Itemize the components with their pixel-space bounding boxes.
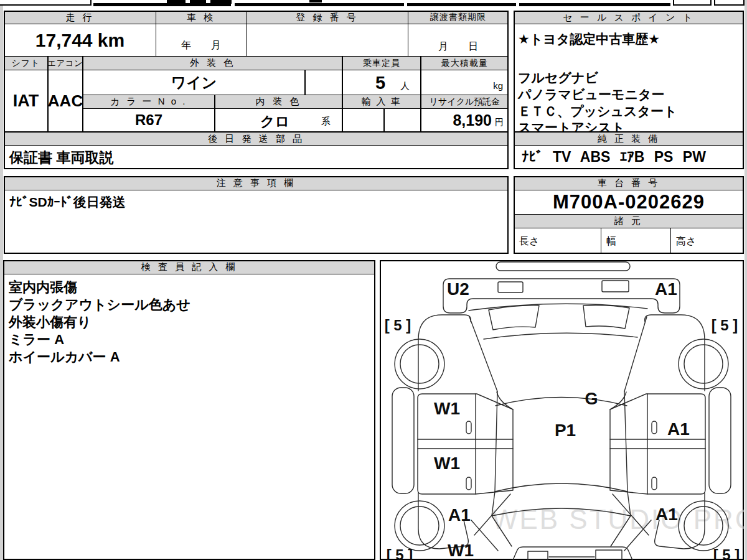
spec-width-cell: 幅 bbox=[601, 228, 671, 254]
shaken-header: 車 検 bbox=[156, 11, 247, 24]
damage-label: U2 bbox=[447, 279, 469, 299]
rear-glass-pane-right bbox=[583, 306, 629, 329]
tire-depth-label: [ 5 ] bbox=[713, 546, 740, 560]
door-handle bbox=[466, 477, 471, 490]
inspector-line: 外装小傷有り bbox=[9, 313, 92, 332]
recycle-value-cell: 8,190 円 bbox=[421, 108, 509, 132]
sales-line: ★トヨタ認定中古車歴★ bbox=[518, 30, 660, 48]
sales-line: パノラマビューモニター bbox=[518, 86, 664, 103]
transfer-deadline-header: 譲渡書類期限 bbox=[408, 11, 509, 24]
mileage-value: 17,744 km bbox=[4, 24, 156, 57]
aircon-header: エアコン bbox=[48, 56, 83, 70]
chassis-header: 車 台 番 号 bbox=[514, 176, 744, 190]
rear-glass-bottom-arc bbox=[484, 333, 637, 339]
auction-sheet: 走 行 車 検 登 録 番 号 譲渡書類期限 17,744 km 年 月 月 日… bbox=[0, 0, 747, 560]
later-parts-header: 後 日 発 送 部 品 bbox=[4, 132, 509, 146]
spec-width-label: 幅 bbox=[606, 235, 616, 248]
roof-front-arc bbox=[495, 483, 627, 492]
notes-value: ﾅﾋﾞSDｶｰﾄﾞ後日発送 bbox=[9, 194, 126, 211]
registration-value bbox=[246, 24, 408, 57]
watermark-text: WEB STUDIO PRO bbox=[492, 504, 744, 534]
tire-depth-label: [ 5 ] bbox=[712, 317, 738, 334]
wheel-rear-left bbox=[395, 339, 444, 389]
capacity-value: 5 bbox=[375, 73, 385, 93]
capacity-unit: 人 bbox=[400, 80, 410, 92]
inspector-line: 室内内張傷 bbox=[9, 278, 77, 297]
exterior-color-extra-cell bbox=[305, 70, 342, 95]
equipment-value: ﾅﾋﾞ TV ABS ｴｱB PS PW bbox=[522, 149, 706, 166]
damage-label: P1 bbox=[555, 421, 576, 440]
tire-depth-label: [ 5 ] bbox=[385, 317, 411, 334]
later-parts-value-cell: 保証書 車両取説 bbox=[4, 145, 509, 169]
front-bumper bbox=[513, 547, 632, 560]
recycle-header: リサイクル預託金 bbox=[421, 95, 509, 109]
recycle-unit: 円 bbox=[495, 117, 504, 128]
recycle-value: 8,190 bbox=[453, 111, 492, 129]
max-load-unit: kg bbox=[493, 80, 503, 91]
import-value-cell-a bbox=[342, 108, 384, 132]
doors-right bbox=[610, 394, 705, 494]
color-no-header: カ ラ ー N o . bbox=[83, 95, 215, 109]
car-damage-diagram: WEB STUDIO PRO bbox=[380, 260, 744, 560]
inspector-line: ミラー A bbox=[9, 330, 64, 349]
aircon-value: AAC bbox=[48, 70, 83, 132]
roof-rear-arc bbox=[496, 398, 627, 406]
color-no-value: R67 bbox=[83, 108, 215, 132]
rear-reflector-right bbox=[602, 281, 629, 292]
rocker-right bbox=[709, 388, 731, 493]
doors-left bbox=[418, 394, 513, 494]
sales-line: ＥＴＣ、プッシュスタート bbox=[518, 103, 677, 120]
damage-label: A1 bbox=[655, 505, 678, 524]
quarter-panel-right bbox=[645, 315, 705, 391]
damage-label: W1 bbox=[448, 541, 474, 560]
exterior-color-header: 外 装 色 bbox=[83, 56, 342, 70]
max-load-value-cell: kg bbox=[421, 70, 509, 95]
capacity-header: 乗車定員 bbox=[342, 56, 421, 70]
rocker-left bbox=[392, 388, 414, 493]
exterior-color-value: ワイン bbox=[83, 70, 305, 95]
mileage-header: 走 行 bbox=[4, 11, 156, 24]
damage-label: A1 bbox=[655, 279, 677, 299]
door-handle bbox=[466, 421, 471, 434]
quarter-panel-left bbox=[418, 315, 471, 391]
interior-color-header: 内 装 色 bbox=[215, 95, 342, 109]
inspector-header: 検 査 員 記 入 欄 bbox=[3, 260, 375, 274]
page-edge-right bbox=[745, 0, 747, 560]
sales-points-body: ★トヨタ認定中古車歴★ フルセグナビ パノラマビューモニター ＥＴＣ、プッシュス… bbox=[514, 24, 744, 132]
equipment-value-cell: ﾅﾋﾞ TV ABS ｴｱB PS PW bbox=[514, 145, 744, 169]
door-handle bbox=[652, 421, 657, 434]
rear-reflector-left bbox=[498, 282, 523, 292]
door-handle bbox=[652, 477, 657, 490]
spec-height-label: 高さ bbox=[676, 235, 696, 248]
capacity-value-cell: 5 人 bbox=[342, 70, 421, 95]
equipment-header: 純 正 装 備 bbox=[514, 132, 744, 146]
spec-length-label: 長さ bbox=[519, 235, 539, 248]
spec-length-cell: 長さ bbox=[514, 228, 601, 254]
specs-header: 諸 元 bbox=[514, 214, 744, 228]
max-load-header: 最大積載量 bbox=[421, 56, 509, 70]
damage-label: A1 bbox=[448, 505, 471, 525]
rear-spoiler bbox=[496, 262, 630, 271]
damage-label: G bbox=[585, 390, 598, 408]
import-header: 輸 入 車 bbox=[342, 95, 421, 109]
spec-height-cell: 高さ bbox=[670, 228, 744, 254]
import-value-cell-b bbox=[384, 108, 421, 132]
wheel-rear-right bbox=[679, 339, 728, 389]
later-parts-value: 保証書 車両取説 bbox=[9, 148, 113, 167]
rear-glass-pane-left bbox=[489, 306, 539, 330]
shift-header: シフト bbox=[4, 56, 48, 70]
damage-label: W1 bbox=[434, 454, 460, 473]
interior-color-value-cell: クロ 系 bbox=[215, 108, 342, 132]
sales-line: フルセグナビ bbox=[518, 69, 598, 86]
notes-value-cell: ﾅﾋﾞSDｶｰﾄﾞ後日発送 bbox=[4, 190, 509, 254]
interior-color-value: クロ bbox=[260, 112, 289, 131]
transfer-deadline-value: 月 日 bbox=[408, 40, 508, 54]
sales-points-header: セ ー ル ス ポ イ ン ト bbox=[514, 11, 744, 24]
inspector-body: 室内内張傷 ブラックアウトシール色あせ 外装小傷有り ミラー A ホイールカバー… bbox=[3, 274, 375, 560]
rear-glass-top-arc bbox=[469, 304, 647, 310]
inspector-line: ブラックアウトシール色あせ bbox=[9, 296, 190, 314]
tire-depth-label: [ 5 ] bbox=[387, 546, 413, 560]
inspector-line: ホイールカバー A bbox=[9, 348, 120, 366]
notes-header: 注 意 事 項 欄 bbox=[4, 176, 509, 190]
damage-label: A1 bbox=[667, 419, 690, 439]
